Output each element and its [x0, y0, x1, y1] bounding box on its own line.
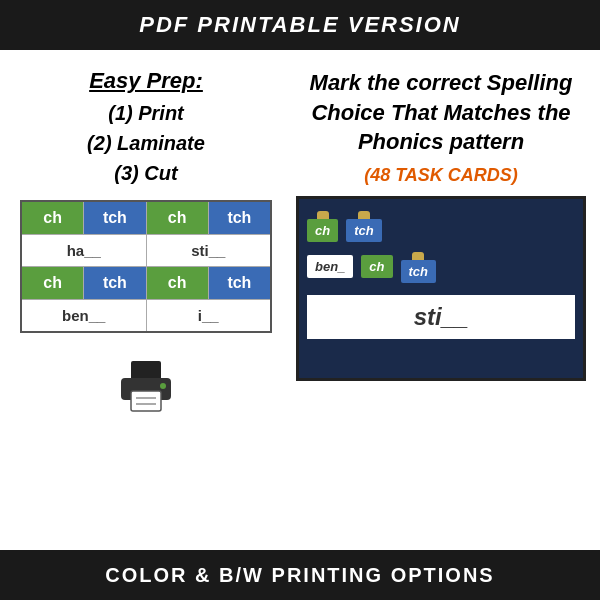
cell-ha: ha__: [22, 235, 147, 266]
cell-i: i__: [147, 300, 271, 331]
photo-row-mid: ben_ ch tch: [307, 250, 436, 283]
easy-prep-steps: (1) Print(2) Laminate(3) Cut: [87, 98, 205, 188]
grid-row-2: ha__ sti__: [22, 235, 270, 267]
cell-tch-2: tch: [209, 202, 270, 234]
grid-row-3: ch tch ch tch: [22, 267, 270, 300]
photo-card-ch-mid: ch: [361, 255, 392, 278]
left-panel: Easy Prep: (1) Print(2) Laminate(3) Cut …: [0, 50, 288, 550]
photo-row-top: ch tch: [307, 207, 382, 242]
cell-ch-4: ch: [147, 267, 209, 299]
easy-prep-title: Easy Prep:: [89, 68, 203, 94]
svg-rect-2: [131, 391, 161, 411]
sti-word: sti__: [414, 303, 469, 331]
main-content: Easy Prep: (1) Print(2) Laminate(3) Cut …: [0, 50, 600, 550]
photo-box: ch tch ben_ ch tch sti__: [296, 196, 586, 381]
printer-icon: [111, 353, 181, 423]
cell-ben: ben__: [22, 300, 147, 331]
top-banner-text: PDF PRINTABLE VERSION: [139, 12, 461, 38]
right-panel: Mark the correct Spelling Choice That Ma…: [288, 50, 600, 550]
photo-card-tch-mid: tch: [401, 260, 437, 283]
bottom-banner-text: COLOR & B/W PRINTING OPTIONS: [105, 564, 494, 587]
photo-card-tch-blue: tch: [346, 219, 382, 242]
cell-sti: sti__: [147, 235, 271, 266]
card-grid: ch tch ch tch ha__ sti__ ch tch ch tch b…: [20, 200, 272, 333]
grid-row-4: ben__ i__: [22, 300, 270, 331]
cell-tch-1: tch: [84, 202, 146, 234]
svg-point-5: [160, 383, 166, 389]
bottom-banner: COLOR & B/W PRINTING OPTIONS: [0, 550, 600, 600]
right-title: Mark the correct Spelling Choice That Ma…: [296, 68, 586, 157]
cell-tch-3: tch: [84, 267, 146, 299]
cell-ch-3: ch: [22, 267, 84, 299]
photo-card-ch-green: ch: [307, 219, 338, 242]
cell-tch-4: tch: [209, 267, 270, 299]
top-banner: PDF PRINTABLE VERSION: [0, 0, 600, 50]
cell-ch-2: ch: [147, 202, 209, 234]
cell-ch-1: ch: [22, 202, 84, 234]
task-count: (48 TASK CARDS): [364, 165, 518, 186]
photo-row-bottom: sti__: [307, 295, 575, 339]
photo-card-ben: ben_: [307, 255, 353, 278]
grid-row-1: ch tch ch tch: [22, 202, 270, 235]
